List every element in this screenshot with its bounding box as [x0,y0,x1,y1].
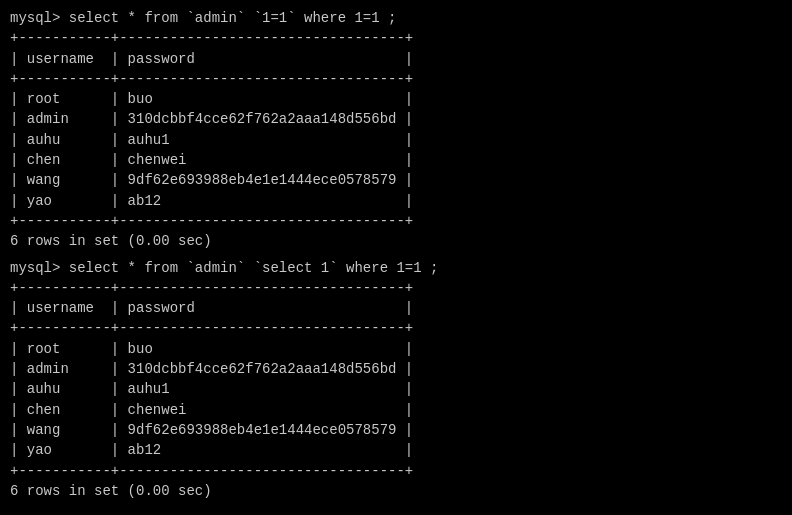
prompt-line-2: mysql> select * from `admin` `select 1` … [10,258,782,278]
table-row: | root | buo | [10,339,782,359]
summary-2: 6 rows in set (0.00 sec) [10,481,782,501]
table-header-1: | username | password | [10,49,782,69]
table-row: | admin | 310dcbbf4cce62f762a2aaa148d556… [10,109,782,129]
prompt-line-1: mysql> select * from `admin` `1=1` where… [10,8,782,28]
table-row: | auhu | auhu1 | [10,379,782,399]
header-border-1: +-----------+---------------------------… [10,69,782,89]
table-row: | chen | chenwei | [10,400,782,420]
table-row: | wang | 9df62e693988eb4e1e1444ece057857… [10,420,782,440]
table-row: | chen | chenwei | [10,150,782,170]
table-row: | root | buo | [10,89,782,109]
table-header-2: | username | password | [10,298,782,318]
table-row: | yao | ab12 | [10,440,782,460]
top-border-2: +-----------+---------------------------… [10,278,782,298]
top-border-1: +-----------+---------------------------… [10,28,782,48]
summary-1: 6 rows in set (0.00 sec) [10,231,782,251]
bottom-border-2: +-----------+---------------------------… [10,461,782,481]
table-row: | wang | 9df62e693988eb4e1e1444ece057857… [10,170,782,190]
header-border-2: +-----------+---------------------------… [10,318,782,338]
table-row: | auhu | auhu1 | [10,130,782,150]
table-row: | yao | ab12 | [10,191,782,211]
table-row: | admin | 310dcbbf4cce62f762a2aaa148d556… [10,359,782,379]
terminal: mysql> select * from `admin` `1=1` where… [10,8,782,507]
bottom-border-1: +-----------+---------------------------… [10,211,782,231]
